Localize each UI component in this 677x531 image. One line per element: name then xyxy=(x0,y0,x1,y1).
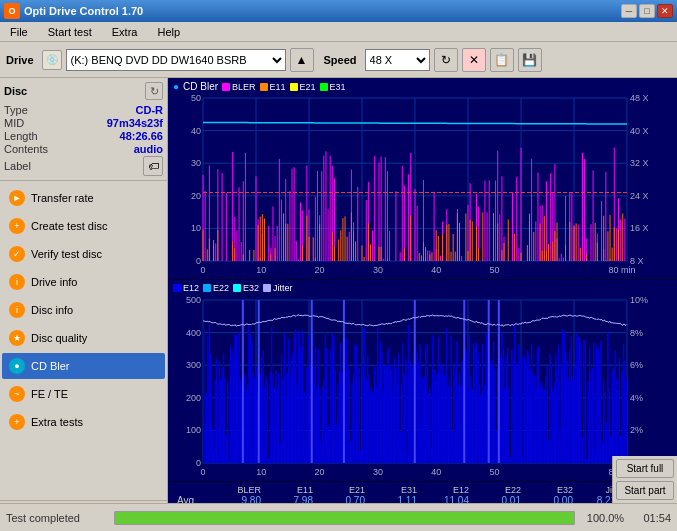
bottom-status-text: Test completed xyxy=(6,512,106,524)
menu-help[interactable]: Help xyxy=(151,24,186,40)
chart2-title: E12 E22 E32 Jitter xyxy=(173,283,293,293)
mid-val: 97m34s23f xyxy=(107,117,163,129)
legend-bler: BLER xyxy=(232,82,256,92)
menu-start-test[interactable]: Start test xyxy=(42,24,98,40)
dt-header-row: BLER E11 E21 E31 E12 E22 E32 Jitter xyxy=(174,485,671,495)
nav-cd-bler[interactable]: ● CD Bler xyxy=(2,353,165,379)
dt-header-0 xyxy=(174,485,212,495)
chart2-canvas xyxy=(168,280,677,481)
nav-drive-info-label: Drive info xyxy=(31,276,77,288)
legend-e21: E21 xyxy=(300,82,316,92)
nav-create-test[interactable]: + Create test disc xyxy=(2,213,165,239)
nav-verify-test[interactable]: ✓ Verify test disc xyxy=(2,241,165,267)
legend-e12: E12 xyxy=(183,283,199,293)
disc-quality-icon: ★ xyxy=(9,330,25,346)
nav-disc-quality-label: Disc quality xyxy=(31,332,87,344)
erase-button[interactable]: ✕ xyxy=(462,48,486,72)
titlebar: O Opti Drive Control 1.70 ─ □ ✕ xyxy=(0,0,677,22)
nav-cd-bler-label: CD Bler xyxy=(31,360,70,372)
extra-tests-icon: + xyxy=(9,414,25,430)
legend-e11: E11 xyxy=(270,82,286,92)
verify-test-icon: ✓ xyxy=(9,246,25,262)
nav-fe-te[interactable]: ~ FE / TE xyxy=(2,381,165,407)
nav-disc-quality[interactable]: ★ Disc quality xyxy=(2,325,165,351)
app-title: Opti Drive Control 1.70 xyxy=(24,5,143,17)
disc-header-label: Disc xyxy=(4,85,27,97)
dt-header-7: E32 xyxy=(524,485,576,495)
mid-key: MID xyxy=(4,117,24,129)
window-controls: ─ □ ✕ xyxy=(621,4,673,18)
nav-disc-info-label: Disc info xyxy=(31,304,73,316)
nav-extra-tests[interactable]: + Extra tests xyxy=(2,409,165,435)
dt-header-4: E31 xyxy=(368,485,420,495)
contents-val: audio xyxy=(134,143,163,155)
type-val: CD-R xyxy=(136,104,164,116)
action-buttons: Start full Start part xyxy=(612,456,677,503)
nav-transfer-rate-label: Transfer rate xyxy=(31,192,94,204)
dt-header-3: E21 xyxy=(316,485,368,495)
app-icon: O xyxy=(4,3,20,19)
disc-refresh-button[interactable]: ↻ xyxy=(145,82,163,100)
maximize-button[interactable]: □ xyxy=(639,4,655,18)
copy-button[interactable]: 📋 xyxy=(490,48,514,72)
drive-icon: 💿 xyxy=(42,50,62,70)
disc-info-icon: i xyxy=(9,302,25,318)
create-test-icon: + xyxy=(9,218,25,234)
bottom-bar: Test completed 100.0% 01:54 xyxy=(0,503,677,531)
type-key: Type xyxy=(4,104,28,116)
legend-e22: E22 xyxy=(213,283,229,293)
nav-extra-tests-label: Extra tests xyxy=(31,416,83,428)
legend-e31: E31 xyxy=(330,82,346,92)
nav-verify-test-label: Verify test disc xyxy=(31,248,102,260)
time-display: 01:54 xyxy=(636,512,671,524)
dt-header-6: E22 xyxy=(472,485,524,495)
start-full-button[interactable]: Start full xyxy=(616,459,674,478)
legend-jitter: Jitter xyxy=(273,283,293,293)
dt-header-1: BLER xyxy=(212,485,264,495)
refresh-button[interactable]: ↻ xyxy=(434,48,458,72)
main-area: Disc ↻ Type CD-R MID 97m34s23f Length 48… xyxy=(0,78,677,531)
left-panel: Disc ↻ Type CD-R MID 97m34s23f Length 48… xyxy=(0,78,168,531)
length-val: 48:26.66 xyxy=(120,130,163,142)
save-button[interactable]: 💾 xyxy=(518,48,542,72)
nav-disc-info[interactable]: i Disc info xyxy=(2,297,165,323)
chart1-canvas xyxy=(168,78,677,279)
label-button[interactable]: 🏷 xyxy=(143,156,163,176)
chart1-title-text: CD Bler xyxy=(183,81,218,92)
progress-percent: 100.0% xyxy=(583,512,628,524)
start-part-button[interactable]: Start part xyxy=(616,481,674,500)
chart2-container: E12 E22 E32 Jitter xyxy=(168,280,677,482)
drive-select[interactable]: (K:) BENQ DVD DD DW1640 BSRB xyxy=(66,49,286,71)
contents-key: Contents xyxy=(4,143,48,155)
speed-select[interactable]: 48 X xyxy=(365,49,430,71)
right-wrapper: ● CD Bler BLER E11 E21 E31 E12 E22 E32 J… xyxy=(168,78,677,531)
minimize-button[interactable]: ─ xyxy=(621,4,637,18)
transfer-rate-icon: ► xyxy=(9,190,25,206)
close-button[interactable]: ✕ xyxy=(657,4,673,18)
drive-info-icon: i xyxy=(9,274,25,290)
cd-bler-icon: ● xyxy=(9,358,25,374)
nav-transfer-rate[interactable]: ► Transfer rate xyxy=(2,185,165,211)
dt-header-5: E12 xyxy=(420,485,472,495)
dt-header-2: E11 xyxy=(264,485,316,495)
speed-label: Speed xyxy=(324,54,357,66)
chart1-title: ● CD Bler BLER E11 E21 E31 xyxy=(173,81,346,92)
length-key: Length xyxy=(4,130,38,142)
menu-file[interactable]: File xyxy=(4,24,34,40)
progress-bar-container xyxy=(114,511,575,525)
disc-section: Disc ↻ Type CD-R MID 97m34s23f Length 48… xyxy=(0,78,167,181)
chart1-container: ● CD Bler BLER E11 E21 E31 xyxy=(168,78,677,280)
eject-button[interactable]: ▲ xyxy=(290,48,314,72)
nav-drive-info[interactable]: i Drive info xyxy=(2,269,165,295)
nav-fe-te-label: FE / TE xyxy=(31,388,68,400)
menu-extra[interactable]: Extra xyxy=(106,24,144,40)
toolbar: Drive 💿 (K:) BENQ DVD DD DW1640 BSRB ▲ S… xyxy=(0,42,677,78)
legend-e32: E32 xyxy=(243,283,259,293)
fe-te-icon: ~ xyxy=(9,386,25,402)
menubar: File Start test Extra Help xyxy=(0,22,677,42)
charts-area: ● CD Bler BLER E11 E21 E31 E12 E22 E32 J… xyxy=(168,78,677,531)
progress-bar-fill xyxy=(115,512,574,524)
label-key: Label xyxy=(4,160,31,172)
nav-section: ► Transfer rate + Create test disc ✓ Ver… xyxy=(0,181,167,500)
nav-create-test-label: Create test disc xyxy=(31,220,107,232)
